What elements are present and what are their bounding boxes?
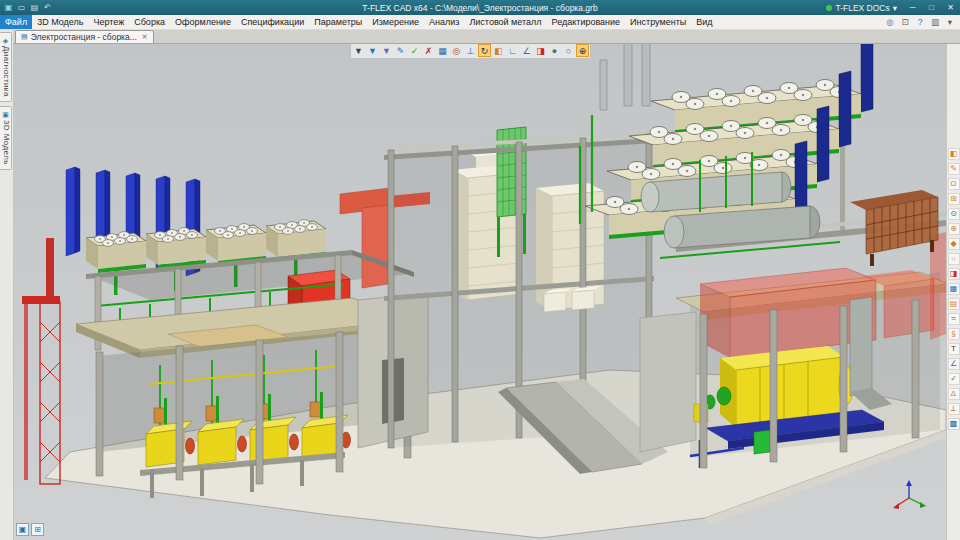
page-3d-view-icon[interactable]: ▣ [16, 523, 29, 536]
extrude-tool-icon[interactable]: ⊞ [948, 193, 960, 205]
quick-access-toolbar: ▣▭▤↶ [0, 3, 53, 12]
tflex-docs-button[interactable]: T-FLEX DOCs ▾ [821, 0, 902, 15]
wireframe-mode-icon[interactable]: ○ [562, 44, 575, 57]
blend-tool-icon[interactable]: ◆ [948, 238, 960, 250]
app-icon[interactable]: ▣ [3, 3, 14, 12]
titlebar: ▣▭▤↶ T-FLEX CAD x64 - C:\Модели\_Электро… [0, 0, 960, 15]
red-staircase [22, 238, 60, 484]
menubar-right-icons: ◎⊡?▥▾ [884, 17, 960, 27]
lcs-tool-icon[interactable]: ⊥ [948, 403, 960, 415]
dimension-icon[interactable]: ∠ [520, 44, 533, 57]
workplane-icon[interactable]: ◧ [492, 44, 505, 57]
menubar: Файл3D МодельЧертежСборкаОформлениеСпеци… [0, 15, 960, 30]
menu-assembly[interactable]: Сборка [129, 15, 170, 29]
array-tool-icon[interactable]: ▦ [948, 283, 960, 295]
tab-close-icon[interactable]: ✕ [142, 33, 148, 41]
menu-parameters[interactable]: Параметры [309, 15, 367, 29]
filter-faces-icon[interactable]: ▼ [380, 44, 393, 57]
menu-measure[interactable]: Измерение [367, 15, 424, 29]
tab-diagnostics[interactable]: ◈ Диагностика [0, 32, 12, 102]
fullscreen-icon[interactable]: ⊡ [899, 17, 911, 27]
selection-filter-icon[interactable]: ▼ [352, 44, 365, 57]
panels-icon[interactable]: ▥ [929, 17, 941, 27]
mesh-tool-icon[interactable]: ▩ [948, 418, 960, 430]
tab-3d-model[interactable]: ▣ 3D Модель [0, 106, 12, 170]
right-building [640, 232, 946, 468]
minimize-button[interactable]: ─ [903, 0, 922, 15]
menu-annotation[interactable]: Оформление [170, 15, 236, 29]
help-icon[interactable]: ? [914, 17, 926, 27]
lcs-icon[interactable]: ∟ [506, 44, 519, 57]
docs-status-icon [826, 5, 832, 11]
workplane-tool-icon[interactable]: ◧ [948, 148, 960, 160]
spring-tool-icon[interactable]: § [948, 328, 960, 340]
menu-analysis[interactable]: Анализ [424, 15, 464, 29]
profile-tool-icon[interactable]: Ω [948, 178, 960, 190]
maximize-button[interactable]: □ [922, 0, 941, 15]
window-controls: ─□✕ [903, 0, 960, 15]
menu-sheet-metal[interactable]: Листовой металл [464, 15, 546, 29]
document-tab[interactable]: ▤ Электростанция - сборка... ✕ [15, 30, 154, 43]
close-button[interactable]: ✕ [941, 0, 960, 15]
check-tool-icon[interactable]: ✓ [948, 373, 960, 385]
weld-tool-icon[interactable]: Δ [948, 388, 960, 400]
document-icon: ▤ [21, 33, 28, 41]
menu-tools[interactable]: Инструменты [625, 15, 691, 29]
rotate-view-icon[interactable]: ↻ [478, 44, 491, 57]
section-tool-icon[interactable]: ◨ [948, 268, 960, 280]
menu-drawing[interactable]: Чертеж [88, 15, 129, 29]
snap-icon[interactable]: ◎ [450, 44, 463, 57]
menu-file[interactable]: Файл [0, 15, 32, 29]
view-triad [893, 480, 926, 509]
axes-icon[interactable]: ⊥ [464, 44, 477, 57]
pin-icon[interactable]: ▾ [944, 17, 956, 27]
scene-svg [13, 43, 946, 540]
green-cabinet [754, 430, 770, 454]
text-tool-icon[interactable]: T [948, 343, 960, 355]
save-icon[interactable]: ▤ [29, 3, 40, 12]
undo-icon[interactable]: ↶ [42, 3, 53, 12]
revolve-tool-icon[interactable]: ⊙ [948, 208, 960, 220]
filter-edit-icon[interactable]: ✎ [394, 44, 407, 57]
menu-items: Файл3D МодельЧертежСборкаОформлениеСпеци… [0, 15, 718, 29]
viewport-toolbar: ▼▼▼✎✓✗▦◎⊥↻◧∟∠◨●○⊕ [350, 43, 591, 59]
sketch-tool-icon[interactable]: ✎ [948, 163, 960, 175]
command-search-icon[interactable]: ◎ [884, 17, 896, 27]
zoom-all-icon[interactable]: ⊕ [576, 44, 589, 57]
tflex-cad-window: { "titlebar": { "title": "T-FLEX CAD x64… [0, 0, 960, 540]
section-view-icon[interactable]: ◨ [534, 44, 547, 57]
add-page-icon[interactable]: ⊞ [31, 523, 44, 536]
shaded-mode-icon[interactable]: ● [548, 44, 561, 57]
docs-label: T-FLEX DOCs [835, 3, 889, 13]
page-tabs: ▣⊞ [16, 523, 44, 536]
menu-3d-model[interactable]: 3D Модель [32, 15, 88, 29]
document-tab-label: Электростанция - сборка... [31, 32, 137, 42]
menu-edit[interactable]: Редактирование [547, 15, 626, 29]
titlebar-right: T-FLEX DOCs ▾ ─□✕ [821, 0, 960, 15]
document-tabbar: ▤ Электростанция - сборка... ✕ [13, 29, 960, 44]
center-structure [384, 127, 668, 474]
boolean-tool-icon[interactable]: ⊕ [948, 223, 960, 235]
measure-tool-icon[interactable]: ∠ [948, 358, 960, 370]
window-title: T-FLEX CAD x64 - C:\Модели\_Электростанц… [0, 3, 960, 13]
right-tool-panel: ◧✎Ω⊞⊙⊕◆○◨▦▤≈§T∠✓Δ⊥▩ [946, 43, 960, 540]
chevron-down-icon: ▾ [893, 3, 897, 13]
grid-icon[interactable]: ▦ [436, 44, 449, 57]
fragment-tool-icon[interactable]: ▤ [948, 298, 960, 310]
pipe-tool-icon[interactable]: ≈ [948, 313, 960, 325]
apply-icon[interactable]: ✓ [408, 44, 421, 57]
filter-solids-icon[interactable]: ▼ [366, 44, 379, 57]
left-panel: ◈ Диагностика ▣ 3D Модель [0, 29, 14, 540]
menu-view[interactable]: Вид [691, 15, 717, 29]
cancel-icon[interactable]: ✗ [422, 44, 435, 57]
hole-tool-icon[interactable]: ○ [948, 253, 960, 265]
open-icon[interactable]: ▭ [16, 3, 27, 12]
viewport-3d[interactable]: ▼▼▼✎✓✗▦◎⊥↻◧∟∠◨●○⊕ ▣⊞ [13, 43, 946, 540]
menu-bom[interactable]: Спецификации [236, 15, 309, 29]
